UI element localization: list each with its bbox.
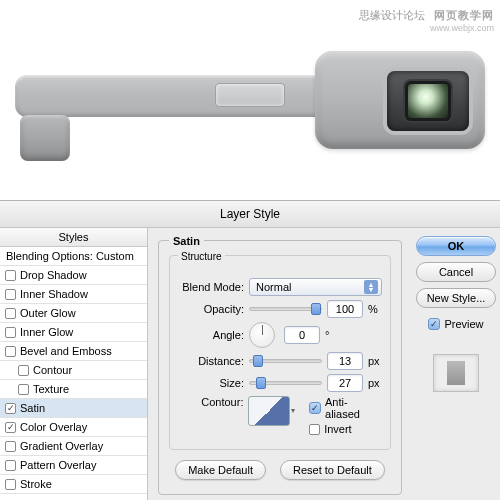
style-label: Stroke [20, 478, 52, 490]
style-label: Pattern Overlay [20, 459, 96, 471]
style-label: Gradient Overlay [20, 440, 103, 452]
chevron-updown-icon: ▲▼ [364, 280, 378, 294]
style-row-satin[interactable]: Satin [0, 399, 147, 418]
contour-picker[interactable]: ▾ [248, 396, 290, 426]
style-row-color-overlay[interactable]: Color Overlay [0, 418, 147, 437]
style-label: Texture [33, 383, 69, 395]
style-checkbox[interactable] [5, 422, 16, 433]
style-checkbox[interactable] [18, 365, 29, 376]
style-label: Inner Glow [20, 326, 73, 338]
satin-panel: Satin Structure Blend Mode: Normal ▲▼ Op… [148, 228, 412, 500]
device-head [315, 51, 485, 149]
angle-dial[interactable] [249, 322, 275, 348]
style-checkbox[interactable] [5, 441, 16, 452]
distance-input[interactable]: 13 [327, 352, 363, 370]
make-default-button[interactable]: Make Default [175, 460, 266, 480]
style-label: Drop Shadow [20, 269, 87, 281]
blending-options[interactable]: Blending Options: Custom [0, 247, 147, 266]
watermark: 思缘设计论坛 网页教学网 www.webjx.com [359, 8, 494, 33]
distance-slider[interactable] [249, 359, 322, 363]
style-checkbox[interactable] [5, 308, 16, 319]
style-checkbox[interactable] [5, 327, 16, 338]
watermark-url: www.webjx.com [359, 23, 494, 33]
style-label: Inner Shadow [20, 288, 88, 300]
size-slider[interactable] [249, 381, 322, 385]
style-checkbox[interactable] [5, 289, 16, 300]
new-style-button[interactable]: New Style... [416, 288, 496, 308]
distance-label: Distance: [178, 355, 244, 367]
slider-thumb[interactable] [256, 377, 266, 389]
anti-aliased-checkbox[interactable] [309, 402, 321, 414]
device-foot [20, 115, 70, 161]
opacity-input[interactable]: 100 [327, 300, 363, 318]
style-row-pattern-overlay[interactable]: Pattern Overlay [0, 456, 147, 475]
style-checkbox[interactable] [5, 270, 16, 281]
style-row-gradient-overlay[interactable]: Gradient Overlay [0, 437, 147, 456]
style-checkbox[interactable] [5, 479, 16, 490]
dialog-side-buttons: OK Cancel New Style... Preview [412, 228, 500, 500]
style-row-bevel-and-emboss[interactable]: Bevel and Emboss [0, 342, 147, 361]
style-row-stroke[interactable]: Stroke [0, 475, 147, 494]
style-label: Satin [20, 402, 45, 414]
style-label: Color Overlay [20, 421, 87, 433]
cancel-button[interactable]: Cancel [416, 262, 496, 282]
contour-label: Contour: [178, 396, 243, 408]
watermark-text: 思缘设计论坛 [359, 9, 425, 21]
preview-swatch [433, 354, 479, 392]
style-checkbox[interactable] [5, 403, 16, 414]
layer-style-dialog: Layer Style Styles Blending Options: Cus… [0, 200, 500, 500]
style-label: Outer Glow [20, 307, 76, 319]
style-label: Contour [33, 364, 72, 376]
blend-mode-select[interactable]: Normal ▲▼ [249, 278, 382, 296]
device-bar [15, 75, 345, 117]
style-row-outer-glow[interactable]: Outer Glow [0, 304, 147, 323]
size-input[interactable]: 27 [327, 374, 363, 392]
style-row-inner-glow[interactable]: Inner Glow [0, 323, 147, 342]
chevron-down-icon: ▾ [291, 406, 301, 416]
style-checkbox[interactable] [5, 460, 16, 471]
structure-legend: Structure [178, 251, 225, 262]
style-checkbox[interactable] [18, 384, 29, 395]
style-checkbox[interactable] [5, 346, 16, 357]
angle-label: Angle: [178, 329, 244, 341]
slider-thumb[interactable] [311, 303, 321, 315]
satin-legend: Satin [169, 235, 204, 247]
watermark-logo: 网页教学网 [434, 9, 494, 21]
styles-list: Styles Blending Options: Custom Drop Sha… [0, 228, 148, 500]
opacity-slider[interactable] [249, 307, 322, 311]
ok-button[interactable]: OK [416, 236, 496, 256]
blend-mode-label: Blend Mode: [178, 281, 244, 293]
slider-thumb[interactable] [253, 355, 263, 367]
styles-header[interactable]: Styles [0, 228, 147, 247]
angle-input[interactable]: 0 [284, 326, 320, 344]
dialog-title: Layer Style [0, 201, 500, 228]
style-row-texture[interactable]: Texture [0, 380, 147, 399]
style-row-drop-shadow[interactable]: Drop Shadow [0, 266, 147, 285]
reset-default-button[interactable]: Reset to Default [280, 460, 385, 480]
lens-frame [387, 71, 469, 131]
style-row-inner-shadow[interactable]: Inner Shadow [0, 285, 147, 304]
size-label: Size: [178, 377, 244, 389]
lens [405, 81, 451, 121]
device-slot [215, 83, 285, 107]
invert-checkbox[interactable] [309, 424, 320, 435]
style-label: Bevel and Emboss [20, 345, 112, 357]
opacity-label: Opacity: [178, 303, 244, 315]
style-row-contour[interactable]: Contour [0, 361, 147, 380]
preview-checkbox[interactable] [428, 318, 440, 330]
